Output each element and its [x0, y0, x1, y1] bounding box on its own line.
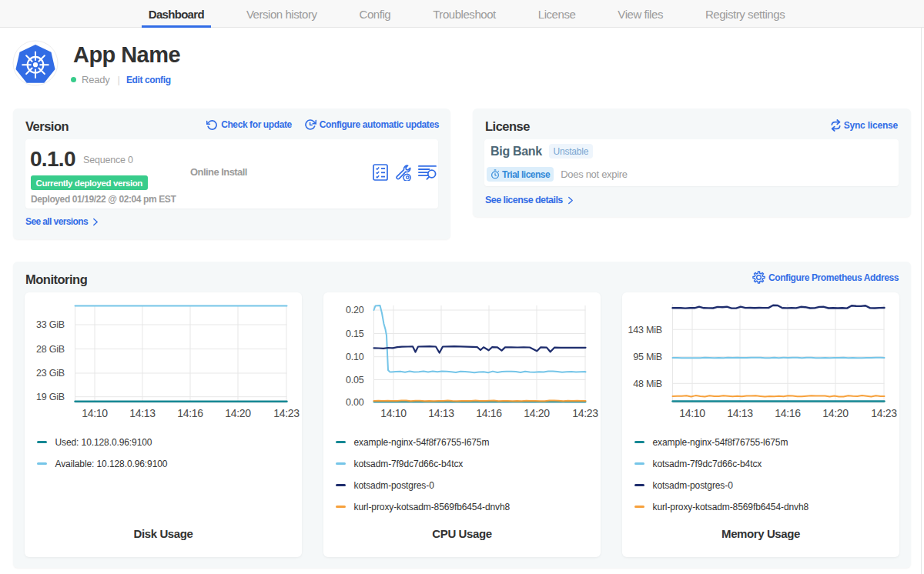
svg-text:0.05: 0.05 [346, 375, 364, 385]
svg-text:14:13: 14:13 [727, 407, 753, 419]
svg-text:14:23: 14:23 [273, 407, 300, 419]
svg-text:33 GiB: 33 GiB [36, 319, 65, 330]
svg-text:14:20: 14:20 [524, 407, 550, 419]
svg-text:143 MiB: 143 MiB [628, 325, 662, 335]
svg-text:0.15: 0.15 [346, 329, 364, 339]
svg-text:14:10: 14:10 [380, 407, 407, 419]
svg-text:14:13: 14:13 [428, 407, 454, 419]
svg-text:48 MiB: 48 MiB [633, 379, 662, 389]
svg-text:14:16: 14:16 [476, 407, 502, 419]
svg-text:19 GiB: 19 GiB [36, 392, 65, 402]
svg-text:23 GiB: 23 GiB [36, 368, 65, 379]
svg-text:95 MiB: 95 MiB [633, 352, 662, 362]
svg-text:14:10: 14:10 [679, 407, 705, 419]
svg-text:28 GiB: 28 GiB [36, 344, 65, 355]
svg-text:0.10: 0.10 [346, 352, 364, 362]
svg-text:14:23: 14:23 [572, 407, 598, 419]
svg-text:14:20: 14:20 [225, 407, 251, 419]
svg-text:14:16: 14:16 [177, 407, 203, 419]
svg-text:14:13: 14:13 [129, 407, 156, 419]
svg-text:0.20: 0.20 [346, 305, 364, 315]
svg-text:14:16: 14:16 [775, 407, 801, 419]
svg-text:14:20: 14:20 [822, 407, 849, 419]
svg-text:0.00: 0.00 [346, 397, 364, 408]
svg-text:14:23: 14:23 [871, 407, 897, 419]
svg-text:14:10: 14:10 [82, 407, 108, 419]
